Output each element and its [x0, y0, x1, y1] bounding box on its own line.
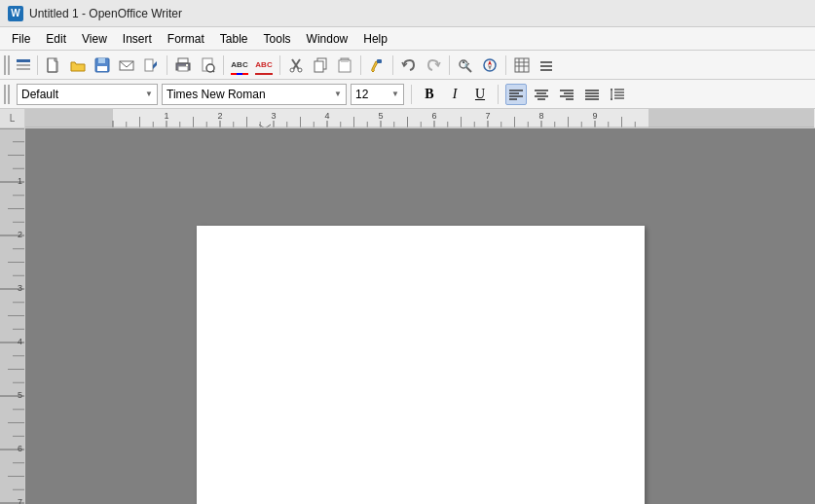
style-dropdown-arrow: ▼	[145, 90, 153, 98]
menu-help[interactable]: Help	[355, 30, 395, 48]
svg-rect-21	[315, 61, 323, 72]
svg-rect-24	[341, 60, 349, 62]
toolbar1-handle	[4, 55, 10, 75]
svg-rect-37	[540, 61, 552, 63]
title-bar: W Untitled 1 - OpenOffice Writer	[0, 0, 815, 27]
menu-file[interactable]: File	[4, 30, 38, 48]
svg-marker-31	[488, 65, 492, 70]
spellcheck-button[interactable]: ABC	[228, 54, 251, 77]
format-paintbrush-button[interactable]	[365, 54, 389, 77]
menu-tools[interactable]: Tools	[256, 30, 299, 48]
svg-rect-2	[17, 68, 30, 70]
menu-insert[interactable]: Insert	[115, 30, 160, 48]
horizontal-ruler	[25, 109, 815, 127]
find-replace-button[interactable]: 🔭	[454, 54, 477, 77]
font-dropdown-arrow: ▼	[334, 90, 342, 98]
insert-table-button[interactable]	[510, 54, 534, 77]
document-page[interactable]	[197, 226, 645, 504]
svg-text:🔭: 🔭	[462, 60, 470, 69]
navigator-button[interactable]	[478, 54, 501, 77]
redo-button[interactable]	[422, 54, 445, 77]
autocorrect-button[interactable]: ABC	[252, 54, 276, 77]
svg-rect-39	[540, 69, 552, 71]
menu-table[interactable]: Table	[212, 30, 256, 48]
align-right-button[interactable]	[556, 84, 577, 105]
svg-marker-30	[488, 60, 492, 65]
italic-button[interactable]: I	[444, 84, 465, 105]
svg-rect-6	[97, 66, 107, 71]
svg-rect-25	[377, 59, 382, 63]
cut-button[interactable]	[284, 54, 308, 77]
ruler-corner: L	[0, 109, 25, 127]
main-area	[0, 128, 815, 504]
svg-rect-11	[178, 66, 188, 71]
menu-format[interactable]: Format	[160, 30, 212, 48]
svg-rect-5	[98, 58, 105, 63]
menu-edit[interactable]: Edit	[38, 30, 74, 48]
svg-rect-8	[145, 59, 153, 71]
toolbar2: Default ▼ Times New Roman ▼ 12 ▼ B I U	[0, 80, 815, 109]
menu-window[interactable]: Window	[299, 30, 356, 48]
svg-point-18	[290, 68, 294, 72]
ruler-container: L	[0, 109, 815, 128]
undo-button[interactable]	[397, 54, 421, 77]
style-mode-btn[interactable]	[14, 54, 33, 77]
bold-button[interactable]: B	[419, 84, 440, 105]
align-justify-button[interactable]	[581, 84, 603, 105]
svg-rect-12	[186, 64, 188, 66]
paste-button[interactable]	[333, 54, 356, 77]
svg-line-15	[213, 70, 215, 72]
style-dropdown[interactable]: Default ▼	[17, 84, 158, 105]
document-area[interactable]	[25, 128, 815, 504]
line-spacing-button[interactable]	[607, 84, 628, 105]
svg-rect-1	[17, 64, 30, 66]
open-button[interactable]	[66, 54, 90, 77]
more-controls-button[interactable]	[535, 54, 558, 77]
font-dropdown[interactable]: Times New Roman ▼	[162, 84, 347, 105]
size-dropdown[interactable]: 12 ▼	[351, 84, 404, 105]
underline-button[interactable]: U	[469, 84, 491, 105]
font-dropdown-value: Times New Roman	[167, 88, 266, 101]
toolbar2-handle	[4, 85, 10, 104]
size-dropdown-arrow: ▼	[391, 90, 399, 98]
menu-view[interactable]: View	[74, 30, 115, 48]
svg-rect-0	[17, 59, 30, 62]
copy-button[interactable]	[309, 54, 332, 77]
app-icon: W	[8, 6, 23, 21]
toolbar1: ABC ABC 🔭	[0, 51, 815, 80]
menu-bar: File Edit View Insert Format Table Tools…	[0, 27, 815, 51]
email-button[interactable]	[115, 54, 138, 77]
align-left-button[interactable]	[505, 84, 527, 105]
style-dropdown-value: Default	[21, 88, 58, 101]
print-preview-button[interactable]	[196, 54, 219, 77]
edit-file-button[interactable]	[139, 54, 163, 77]
size-dropdown-value: 12	[355, 88, 368, 101]
save-button[interactable]	[91, 54, 114, 77]
svg-rect-9	[178, 58, 188, 63]
svg-rect-32	[515, 58, 529, 72]
print-file-button[interactable]	[171, 54, 195, 77]
svg-rect-38	[540, 65, 552, 67]
window-title: Untitled 1 - OpenOffice Writer	[29, 7, 182, 20]
svg-point-19	[298, 68, 302, 72]
new-button[interactable]	[42, 54, 65, 77]
vertical-ruler	[0, 128, 25, 504]
align-center-button[interactable]	[531, 84, 552, 105]
